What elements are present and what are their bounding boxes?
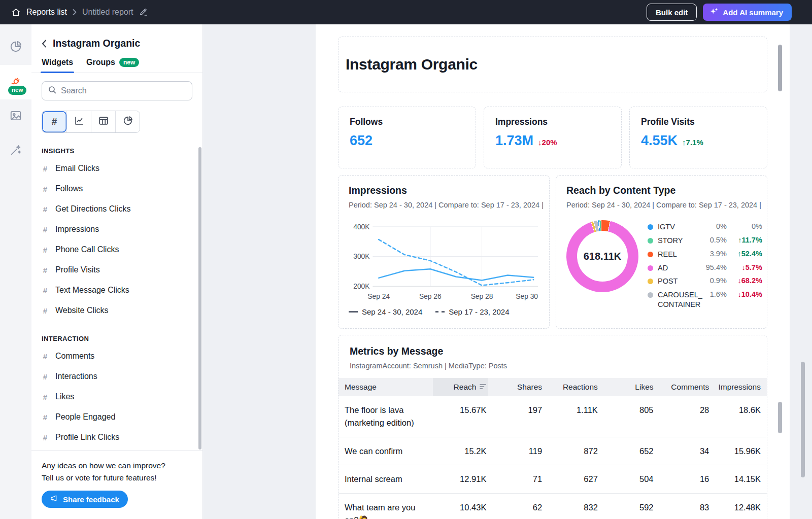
widget-list-item[interactable]: #People Engaged — [42, 407, 192, 427]
add-ai-summary-button[interactable]: Add AI summary — [703, 4, 792, 21]
legend-share: 0.5% — [702, 236, 727, 244]
number-widget-icon: # — [42, 393, 49, 401]
message-cell: Internal scream — [339, 465, 433, 494]
legend-dot — [648, 279, 653, 284]
column-header-shares[interactable]: Shares — [488, 378, 544, 396]
legend-share: 3.9% — [702, 250, 727, 258]
feedback-line2: Tell us or vote for future features! — [42, 472, 192, 484]
number-widget-icon: # — [42, 164, 49, 173]
widget-list-item[interactable]: #Likes — [42, 387, 192, 407]
svg-text:Sep 26: Sep 26 — [419, 292, 442, 300]
kpi-card[interactable]: Follows652 — [338, 107, 476, 168]
widget-list: INSIGHTS#Email Clicks#Follows#Get Direct… — [31, 147, 202, 447]
back-chevron-icon[interactable] — [42, 40, 47, 48]
value-cell: 34 — [656, 437, 712, 465]
number-widget-icon: # — [42, 306, 49, 315]
legend-change: ↑52.4% — [727, 250, 762, 258]
message-cell: The floor is lava (marketing edition) — [339, 396, 433, 437]
line-chart-widget-button[interactable] — [66, 111, 91, 132]
home-icon[interactable] — [11, 8, 21, 17]
value-cell: 12.91K — [433, 465, 489, 494]
table-row[interactable]: The floor is lava (marketing edition)15.… — [339, 396, 767, 437]
legend-row: STORY0.5%↑11.7% — [648, 234, 762, 248]
number-widget-icon: # — [42, 433, 49, 442]
chevron-right-icon — [73, 9, 77, 15]
widget-list-item[interactable]: #Text Message Clicks — [42, 280, 192, 300]
kpi-card[interactable]: Impressions1.73M↓20% — [484, 107, 622, 168]
chart-title: Reach by Content Type — [566, 185, 757, 196]
search-input[interactable] — [61, 86, 186, 95]
legend-row: IGTV0%0% — [648, 220, 762, 234]
number-widget-icon: # — [42, 225, 49, 234]
kpi-delta: ↑7.1% — [682, 138, 703, 147]
widget-list-item[interactable]: #Website Clicks — [42, 300, 192, 321]
report-title-widget[interactable]: Instagram Organic — [338, 37, 767, 92]
column-header-likes[interactable]: Likes — [600, 378, 656, 396]
widget-list-item[interactable]: #Get Directions Clicks — [42, 199, 192, 219]
sparkles-icon — [709, 7, 719, 18]
tab-groups[interactable]: Groups new — [86, 58, 139, 73]
search-box[interactable] — [42, 81, 192, 100]
column-header-message[interactable]: Message — [339, 378, 433, 396]
report-canvas: Instagram Organic Follows652Impressions1… — [203, 24, 812, 519]
kpi-card[interactable]: Profile Visits4.55K↑7.1% — [629, 107, 767, 168]
widget-list-item[interactable]: #Impressions — [42, 219, 192, 239]
share-feedback-button[interactable]: Share feedback — [42, 491, 128, 508]
table-row[interactable]: We can confirm15.2K1198726523415.96K — [339, 437, 767, 465]
rail-item-ai-tools[interactable] — [0, 134, 31, 168]
widget-label: Get Directions Clicks — [55, 204, 130, 214]
legend-dot — [648, 224, 653, 230]
widget-list-item[interactable]: #Interactions — [42, 366, 192, 387]
sort-descending-icon — [480, 383, 486, 392]
legend-change: ↓68.2% — [727, 276, 762, 285]
column-header-reactions[interactable]: Reactions — [544, 378, 600, 396]
tab-widgets[interactable]: Widgets — [42, 58, 73, 73]
breadcrumb-reports-list[interactable]: Reports list — [26, 8, 67, 17]
widget-list-item[interactable]: #Follows — [42, 179, 192, 199]
svg-text:Sep 30: Sep 30 — [516, 292, 538, 300]
widget-label: Email Clicks — [55, 164, 99, 173]
metrics-by-message-widget[interactable]: Metrics by Message InstagramAccount: Sem… — [338, 335, 767, 519]
rail-item-media[interactable] — [0, 99, 31, 134]
number-widget-button[interactable]: # — [42, 111, 66, 132]
legend-label: STORY — [658, 236, 702, 246]
table-scrollbar[interactable] — [778, 402, 782, 433]
window-scrollbar[interactable] — [801, 362, 805, 477]
rail-item-integrations[interactable]: new — [0, 65, 31, 99]
reach-by-content-type-widget[interactable]: Reach by Content Type Period: Sep 24 - 3… — [556, 175, 767, 329]
widget-list-item[interactable]: #Profile Link Clicks — [42, 427, 192, 447]
rail-item-reports[interactable] — [0, 30, 31, 65]
widget-list-item[interactable]: #Comments — [42, 346, 192, 366]
table-row[interactable]: Internal scream12.91K716275041614.15K — [339, 465, 767, 494]
widget-list-item[interactable]: #Profile Visits — [42, 260, 192, 280]
number-widget-icon: # — [42, 352, 49, 361]
breadcrumb-current: Untitled report — [82, 8, 133, 17]
kpi-label: Profile Visits — [641, 117, 756, 127]
impressions-chart-widget[interactable]: Impressions Period: Sep 24 - 30, 2024 | … — [338, 175, 550, 329]
megaphone-icon — [50, 495, 58, 504]
legend-label: CAROUSEL_ CONTAINER — [658, 290, 702, 309]
value-cell: 832 — [544, 494, 600, 519]
edit-pencil-icon[interactable] — [139, 8, 148, 17]
table-row[interactable]: What team are you on?🙋10.43K628325928312… — [339, 494, 767, 519]
kpi-value: 1.73M — [495, 133, 533, 149]
column-header-label: Shares — [517, 383, 542, 392]
pie-chart-widget-button[interactable] — [115, 111, 140, 132]
value-cell: 83 — [656, 494, 712, 519]
table-header-row: MessageReachSharesReactionsLikesComments… — [339, 378, 767, 396]
breadcrumb: Reports list Untitled report — [11, 8, 148, 17]
bulk-edit-button[interactable]: Bulk edit — [647, 4, 697, 21]
column-header-impressions[interactable]: Impressions — [711, 378, 767, 396]
widget-list-item[interactable]: #Phone Call Clicks — [42, 239, 192, 260]
value-cell: 62 — [488, 494, 544, 519]
legend-share: 0% — [702, 222, 727, 230]
column-header-comments[interactable]: Comments — [656, 378, 712, 396]
page-scrollbar[interactable] — [778, 45, 782, 91]
kpi-label: Follows — [350, 117, 464, 127]
table-widget-button[interactable] — [91, 111, 115, 132]
column-header-reach[interactable]: Reach — [433, 378, 489, 396]
legend-row: CAROUSEL_ CONTAINER1.6%↓10.4% — [648, 288, 762, 312]
widget-list-item[interactable]: #Email Clicks — [42, 158, 192, 179]
widget-label: Profile Visits — [55, 265, 100, 274]
panel-scrollbar[interactable] — [198, 147, 201, 449]
